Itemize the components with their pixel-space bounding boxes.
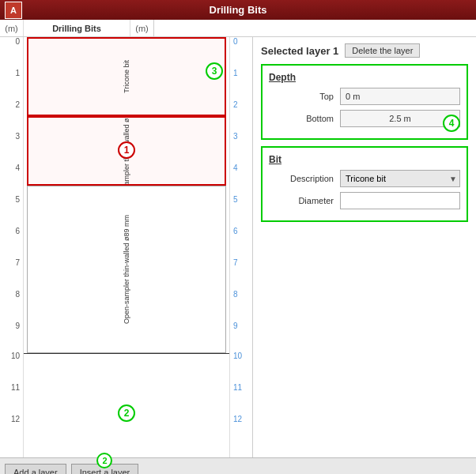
depth-10-right: 10	[233, 352, 242, 360]
app-logo: A	[5, 2, 22, 19]
selected-layer-header: Selected layer 1 Delete the layer	[261, 43, 468, 58]
bit-section-label: Bit	[269, 154, 460, 165]
depth-4-right: 4	[233, 164, 238, 172]
bit-diameter-row: Diameter	[269, 192, 460, 209]
depth-4-left: 4	[15, 164, 20, 172]
depth-3-left: 3	[15, 132, 20, 141]
annotation-3: 3	[206, 62, 223, 80]
window-title: Drilling Bits	[210, 4, 267, 16]
depth-3-right: 3	[233, 132, 238, 141]
depth-top-input[interactable]	[340, 88, 460, 105]
drill-center: Tricone bit Open-sampler thick-walled ø1…	[24, 37, 229, 457]
depth-11-left: 11	[11, 383, 20, 392]
depth-5-left: 5	[15, 195, 20, 204]
depth-6-right: 6	[233, 227, 238, 235]
annotation-1: 1	[118, 141, 135, 159]
depth-bottom-label: Bottom	[269, 114, 340, 123]
depth-0-left: 0	[15, 37, 20, 46]
bit-description-row: Description Tricone bit Open-sampler thi…	[269, 170, 460, 187]
col-header-m-left: (m)	[0, 20, 24, 36]
selected-layer-title: Selected layer 1	[261, 45, 338, 57]
annotation-2: 2	[118, 404, 135, 422]
depth-col-right: 0 1 2 3 4 5 6 7 8 9 10 11 12	[229, 37, 253, 457]
depth-top-row: Top	[269, 88, 460, 105]
depth-1-right: 1	[233, 69, 238, 77]
depth-7-right: 7	[233, 258, 238, 267]
depth-8-right: 8	[233, 290, 238, 299]
depth-top-label: Top	[269, 92, 340, 101]
insert-layer-wrapper: Insert a layer 2	[71, 464, 139, 475]
right-panel: Selected layer 1 Delete the layer Depth …	[253, 37, 476, 457]
depth-1-left: 1	[15, 69, 20, 77]
add-layer-button[interactable]: Add a layer	[5, 464, 66, 475]
depth-12-left: 12	[11, 415, 20, 423]
depth-10-left: 10	[11, 352, 20, 360]
depth-5-right: 5	[233, 195, 238, 204]
depth-7-left: 7	[15, 258, 20, 267]
annotation-4: 4	[443, 115, 460, 132]
col-header-m-right: (m)	[130, 20, 154, 36]
depth-2-left: 2	[15, 100, 20, 109]
title-bar: A Drilling Bits	[0, 0, 476, 20]
depth-8-left: 8	[15, 290, 20, 299]
depth-2-right: 2	[233, 100, 238, 109]
delete-layer-button[interactable]: Delete the layer	[345, 43, 420, 58]
layer-tricone[interactable]: Tricone bit	[27, 37, 226, 116]
annotation-2-btn: 2	[96, 453, 112, 468]
bit-diameter-label: Diameter	[269, 196, 340, 205]
depth-9-right: 9	[233, 322, 238, 330]
depth-0-right: 0	[233, 37, 238, 46]
bit-description-select[interactable]: Tricone bit Open-sampler thick-walled ø1…	[340, 170, 460, 187]
bit-description-label: Description	[269, 174, 340, 183]
depth-section: Depth Top Bottom 4	[261, 64, 468, 140]
depth-9-left: 9	[15, 322, 20, 330]
depth-col-left: 0 1 2 3 4 5 6 7 8 9 10 11 12	[0, 37, 24, 457]
layer-open-sampler-thin[interactable]: Open-sampler thin-walled ø89 mm	[27, 186, 226, 353]
depth-6-left: 6	[15, 227, 20, 235]
depth-11-right: 11	[233, 383, 242, 392]
main-container: 0 1 2 3 4 5 6 7 8 9 10 11 12 Tricone bit…	[0, 37, 476, 457]
depth-bottom-row: Bottom	[269, 110, 460, 127]
bit-section: Bit Description Tricone bit Open-sampler…	[261, 146, 468, 222]
col-header-drilling: Drilling Bits	[24, 20, 130, 36]
column-headers: (m) Drilling Bits (m)	[0, 20, 476, 37]
bit-diameter-input[interactable]	[340, 192, 460, 209]
bottom-bar: Add a layer Insert a layer 2	[0, 457, 476, 474]
depth-line-10m	[24, 353, 229, 354]
bit-description-wrapper: Tricone bit Open-sampler thick-walled ø1…	[340, 170, 460, 187]
depth-section-label: Depth	[269, 72, 460, 83]
depth-12-right: 12	[233, 415, 242, 423]
